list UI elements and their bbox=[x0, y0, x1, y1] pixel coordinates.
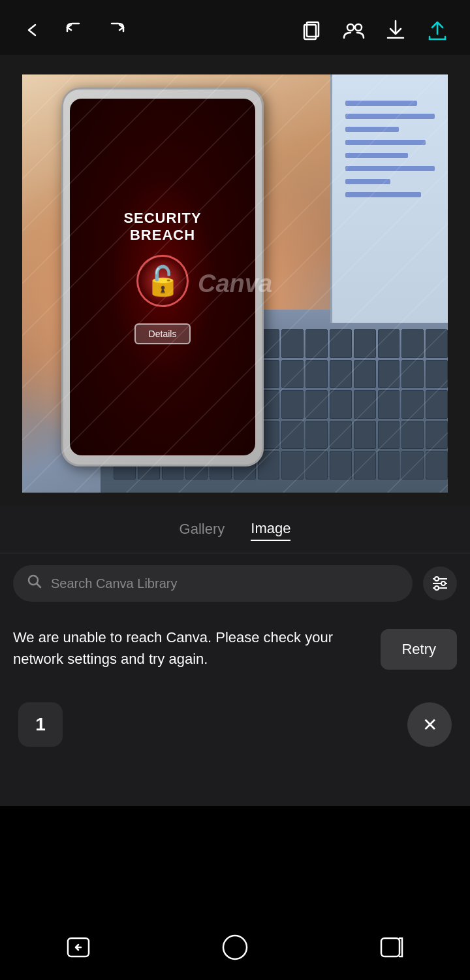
nav-recent-button[interactable] bbox=[375, 930, 409, 964]
redo-button[interactable] bbox=[104, 18, 128, 42]
phone-details-label: Details bbox=[134, 323, 191, 344]
page-number-badge[interactable]: 1 bbox=[18, 702, 63, 747]
search-row: Search Canva Library bbox=[0, 553, 470, 613]
nav-home-button[interactable] bbox=[218, 930, 252, 964]
toolbar-left bbox=[21, 18, 128, 42]
search-bar[interactable]: Search Canva Library bbox=[13, 565, 413, 602]
controls-row: 1 ✕ bbox=[0, 689, 470, 760]
main-canvas-image[interactable]: SECURITY BREACH 🔓 Details Canva bbox=[22, 74, 448, 493]
toolbar-right bbox=[300, 18, 449, 42]
laptop-monitor bbox=[330, 74, 448, 323]
filter-button[interactable] bbox=[423, 566, 457, 600]
retry-button[interactable]: Retry bbox=[381, 629, 457, 670]
phone-screen: SECURITY BREACH 🔓 Details bbox=[70, 99, 255, 455]
svg-point-3 bbox=[355, 24, 362, 31]
svg-rect-14 bbox=[381, 938, 400, 956]
error-area: We are unable to reach Canva. Please che… bbox=[0, 613, 470, 683]
bottom-panel: Gallery Image Search Canva Library bbox=[0, 506, 470, 806]
svg-point-2 bbox=[347, 24, 354, 31]
pages-button[interactable] bbox=[300, 18, 324, 42]
svg-point-11 bbox=[435, 586, 439, 590]
security-breach-text: SECURITY BREACH bbox=[123, 210, 201, 244]
tab-gallery[interactable]: Gallery bbox=[180, 521, 225, 540]
error-message: We are unable to reach Canva. Please che… bbox=[13, 627, 370, 670]
search-placeholder: Search Canva Library bbox=[51, 576, 398, 591]
toolbar bbox=[0, 0, 470, 55]
search-icon bbox=[27, 574, 42, 593]
close-button[interactable]: ✕ bbox=[407, 702, 452, 747]
bottom-nav-bar bbox=[0, 915, 470, 980]
share-button[interactable] bbox=[426, 18, 449, 42]
phone-device: SECURITY BREACH 🔓 Details bbox=[61, 88, 264, 466]
lock-icon: 🔓 bbox=[145, 264, 181, 298]
collaborate-button[interactable] bbox=[342, 18, 366, 42]
back-button[interactable] bbox=[21, 18, 44, 42]
svg-point-10 bbox=[441, 581, 445, 585]
nav-back-button[interactable] bbox=[61, 930, 95, 964]
tabs-row: Gallery Image bbox=[0, 506, 470, 553]
tab-image[interactable]: Image bbox=[251, 520, 290, 541]
canvas-area: SECURITY BREACH 🔓 Details Canva bbox=[0, 55, 470, 506]
security-breach-image: SECURITY BREACH 🔓 Details Canva bbox=[22, 74, 448, 493]
svg-point-13 bbox=[223, 936, 247, 959]
download-button[interactable] bbox=[384, 18, 407, 42]
undo-button[interactable] bbox=[63, 18, 86, 42]
svg-point-9 bbox=[435, 577, 439, 581]
lock-icon-container: 🔓 bbox=[133, 252, 192, 310]
